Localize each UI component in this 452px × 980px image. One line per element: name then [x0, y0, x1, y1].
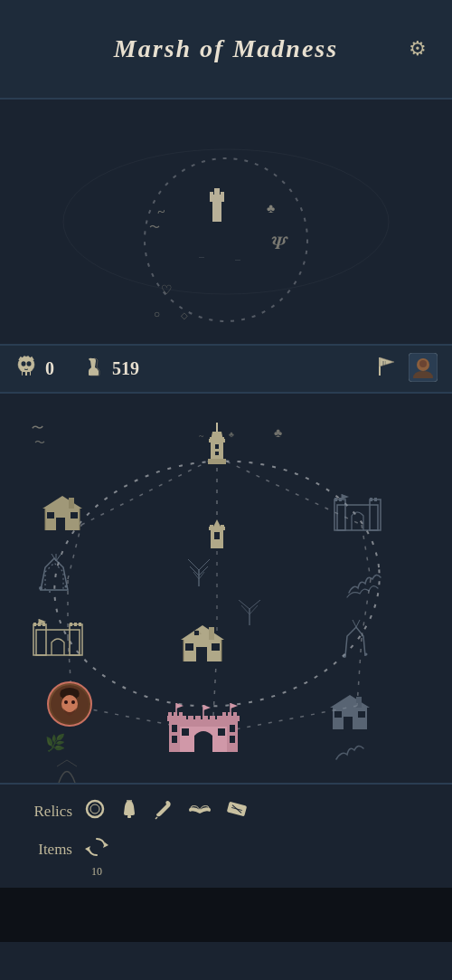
node-left-squiggles: 〜 〜 [27, 419, 72, 455]
svg-line-111 [250, 605, 258, 614]
header: Marsh of Madness ⚙ [0, 0, 452, 100]
svg-point-22 [27, 361, 32, 366]
settings-button[interactable]: ⚙ [401, 33, 434, 65]
svg-point-114 [343, 654, 346, 658]
node-bottom-castle[interactable] [167, 699, 240, 758]
svg-point-115 [365, 653, 368, 656]
node-right-top-symbol: ♣ [271, 421, 298, 448]
node-center-tower-med[interactable] [194, 516, 240, 561]
svg-point-27 [419, 360, 427, 367]
node-right-house[interactable] [325, 688, 375, 733]
svg-rect-149 [228, 712, 231, 718]
svg-rect-143 [168, 712, 172, 718]
svg-rect-159 [172, 725, 177, 732]
svg-rect-153 [181, 716, 186, 721]
node-right-fort-top[interactable] [333, 489, 382, 536]
item-refresh-icon[interactable]: 10 [83, 833, 110, 866]
node-top-tower[interactable]: ~ ♣ [194, 421, 240, 471]
svg-text:♣: ♣ [229, 430, 234, 439]
svg-rect-131 [358, 711, 365, 718]
boots-stat: 519 [81, 355, 139, 384]
preview-tower [210, 188, 224, 222]
relic-bell-icon[interactable] [118, 797, 141, 826]
svg-rect-48 [215, 437, 219, 441]
node-left-ruin[interactable] [32, 554, 81, 595]
svg-line-103 [190, 566, 199, 576]
player-avatar[interactable] [47, 681, 92, 727]
svg-rect-52 [208, 459, 226, 464]
svg-rect-162 [230, 736, 235, 743]
relic-ring-icon[interactable] [83, 797, 107, 826]
node-center-house[interactable] [176, 618, 229, 665]
preview-map-svg: ~ 〜 ♣ ○ ◇ ♡ 𝜳 ... ... [0, 100, 452, 344]
svg-rect-80 [337, 505, 378, 530]
svg-text:~: ~ [156, 204, 167, 220]
svg-rect-62 [47, 512, 54, 519]
svg-rect-173 [127, 815, 131, 818]
svg-marker-166 [176, 703, 184, 709]
svg-rect-5 [210, 192, 213, 195]
svg-rect-82 [370, 500, 381, 530]
svg-rect-94 [42, 623, 45, 626]
svg-rect-144 [174, 712, 177, 718]
stats-right: ||| [374, 353, 438, 385]
svg-rect-19 [23, 372, 25, 376]
svg-rect-96 [74, 623, 77, 626]
svg-text:...: ... [235, 254, 240, 262]
svg-rect-129 [344, 717, 353, 729]
svg-text:~: ~ [199, 431, 204, 441]
svg-line-108 [239, 600, 250, 609]
svg-line-134 [67, 760, 77, 766]
svg-rect-92 [33, 623, 36, 626]
svg-text:♣: ♣ [274, 426, 282, 440]
svg-text:🌿: 🌿 [45, 733, 66, 753]
svg-point-171 [87, 801, 103, 817]
svg-marker-58 [42, 496, 82, 509]
svg-rect-161 [230, 725, 235, 732]
node-right-ruin[interactable] [336, 620, 383, 663]
svg-point-136 [52, 686, 88, 722]
map-preview-area: ~ 〜 ♣ ○ ◇ ♡ 𝜳 ... ... [0, 100, 452, 344]
svg-marker-116 [181, 625, 224, 640]
svg-rect-160 [172, 736, 177, 743]
svg-text:〜: 〜 [31, 421, 44, 435]
svg-text:〜: 〜 [34, 436, 45, 449]
node-left-fort[interactable] [32, 615, 84, 661]
relic-wings-icon[interactable] [186, 797, 213, 826]
svg-rect-20 [27, 372, 30, 376]
svg-point-172 [90, 804, 99, 813]
node-right-smoke[interactable] [340, 561, 385, 602]
svg-line-112 [353, 620, 356, 627]
flag-icon[interactable]: ||| [374, 354, 400, 384]
relic-scroll-icon[interactable] [152, 797, 175, 826]
svg-rect-120 [185, 643, 193, 651]
footer [0, 888, 452, 942]
items-row: Items 10 [18, 833, 434, 866]
svg-rect-78 [221, 525, 224, 528]
svg-rect-128 [356, 697, 362, 708]
node-right-smoke-bottom [329, 730, 372, 766]
svg-text:○: ○ [153, 308, 160, 321]
svg-marker-168 [203, 705, 211, 710]
svg-rect-51 [215, 452, 219, 455]
node-center-tree [181, 559, 217, 591]
svg-rect-45 [211, 441, 223, 459]
svg-rect-79 [214, 532, 220, 539]
svg-rect-6 [215, 192, 219, 195]
portrait-icon[interactable] [409, 353, 438, 385]
svg-line-133 [57, 760, 67, 766]
svg-rect-97 [79, 623, 81, 626]
svg-rect-86 [374, 498, 377, 501]
bottom-section: Relics [0, 783, 452, 888]
svg-marker-88 [342, 494, 349, 500]
node-left-house[interactable] [38, 489, 88, 534]
svg-rect-155 [195, 716, 201, 721]
svg-line-71 [56, 555, 61, 561]
svg-rect-60 [69, 498, 74, 509]
svg-rect-49 [221, 437, 224, 441]
page-title: Marsh of Madness [114, 34, 338, 63]
boots-icon [81, 355, 105, 384]
item-count: 10 [91, 865, 102, 879]
relic-ticket-icon[interactable] [224, 797, 250, 826]
svg-rect-154 [188, 716, 193, 721]
